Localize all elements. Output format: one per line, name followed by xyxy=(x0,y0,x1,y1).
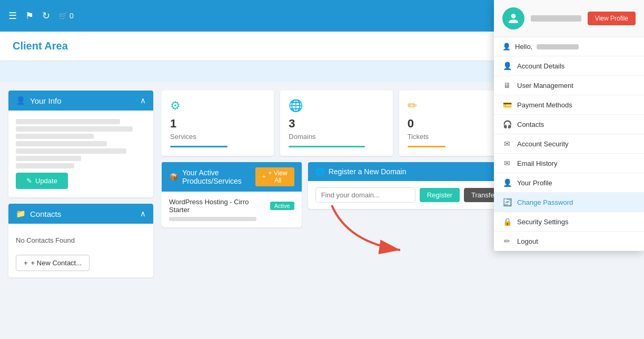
plus-icon-view-all: + xyxy=(262,173,265,181)
tickets-count: 0 xyxy=(408,117,503,131)
security-settings-icon: 🔒 xyxy=(502,217,512,226)
account-details-icon: 👤 xyxy=(502,62,512,70)
menu-item-payment-methods[interactable]: 💳 Payment Methods xyxy=(494,95,644,115)
stats-row: ⚙ 1 Services 🌐 3 Domains ✏ 0 Tickets xyxy=(162,91,511,156)
page-title: Client Area xyxy=(13,40,68,52)
products-body: WordPress Hosting - Cirro Starter Active xyxy=(162,192,302,227)
products-col: 📦 Your Active Products/Services + + View… xyxy=(162,162,302,227)
stat-card-services: ⚙ 1 Services xyxy=(162,91,274,156)
center-content: ⚙ 1 Services 🌐 3 Domains ✏ 0 Tickets xyxy=(162,91,511,331)
payment-methods-icon: 💳 xyxy=(502,101,512,109)
domain-body: Register Transfer xyxy=(308,181,511,209)
user-management-label: User Management xyxy=(517,82,573,89)
menu-item-account-details[interactable]: 👤 Account Details xyxy=(494,56,644,76)
menu-item-security-settings[interactable]: 🔒 Security Settings xyxy=(494,212,644,232)
update-button[interactable]: ✎ Update xyxy=(16,173,68,189)
box-icon: 📦 xyxy=(169,173,178,181)
contacts-menu-label: Contacts xyxy=(517,121,544,128)
nav-left: ☰ ⚑ ↻ 🛒 0 xyxy=(8,10,74,22)
hamburger-icon[interactable]: ☰ xyxy=(8,10,17,22)
your-info-header-left: 👤 Your Info xyxy=(16,96,62,105)
ticket-icon: ✏ xyxy=(408,99,503,113)
tickets-label: Tickets xyxy=(408,133,503,141)
email-history-icon: ✉ xyxy=(502,159,512,167)
new-contact-button[interactable]: + + New Contact... xyxy=(16,255,90,271)
your-profile-icon: 👤 xyxy=(502,178,512,187)
active-status-badge: Active xyxy=(270,202,294,210)
domain-title: Register a New Domain xyxy=(329,167,407,176)
your-info-header[interactable]: 👤 Your Info ∧ xyxy=(8,91,153,111)
hello-text: Hello, xyxy=(515,43,532,51)
product-row: WordPress Hosting - Cirro Starter Active xyxy=(169,198,294,214)
menu-item-user-management[interactable]: 🖥 User Management xyxy=(494,76,644,95)
left-sidebar: 👤 Your Info ∧ ✎ Update xyxy=(8,91,153,331)
products-title: Your Active Products/Services xyxy=(182,168,255,185)
your-info-body: ✎ Update xyxy=(8,111,153,197)
domain-header: 🌐 Register a New Domain xyxy=(308,162,511,181)
globe-icon: 🌐 xyxy=(289,99,384,113)
payment-methods-label: Payment Methods xyxy=(517,101,572,109)
domain-card: 🌐 Register a New Domain Register Transfe… xyxy=(308,162,511,209)
contacts-body: No Contacts Found + + New Contact... xyxy=(8,224,153,277)
globe-icon-domain: 🌐 xyxy=(315,167,324,176)
info-line-1 xyxy=(16,119,120,124)
flag-icon[interactable]: ⚑ xyxy=(25,10,34,22)
dropdown-user-name xyxy=(531,15,581,22)
menu-item-logout[interactable]: ✏ Logout xyxy=(494,232,644,251)
your-profile-label: Your Profile xyxy=(517,179,552,187)
info-line-5 xyxy=(16,148,126,154)
products-card: 📦 Your Active Products/Services + + View… xyxy=(162,162,302,227)
security-settings-label: Security Settings xyxy=(517,218,569,226)
person-icon-hello: 👤 xyxy=(502,43,511,51)
domains-label: Domains xyxy=(289,133,384,141)
contacts-header-left: 📁 Contacts xyxy=(16,209,61,218)
services-label: Services xyxy=(170,133,265,141)
domain-input[interactable] xyxy=(315,187,415,203)
product-name: WordPress Hosting - Cirro Starter xyxy=(169,198,270,214)
chevron-up-icon-contacts: ∧ xyxy=(140,209,146,218)
contacts-menu-icon: 🎧 xyxy=(502,120,512,128)
menu-item-account-security[interactable]: ✉ Account Security xyxy=(494,134,644,154)
view-all-button[interactable]: + + View All xyxy=(255,167,294,186)
plus-icon: + xyxy=(24,259,28,267)
register-button[interactable]: Register xyxy=(420,188,460,202)
services-bar xyxy=(170,146,227,147)
info-line-2 xyxy=(16,126,133,132)
your-info-card: 👤 Your Info ∧ ✎ Update xyxy=(8,91,153,197)
update-label: Update xyxy=(35,177,57,185)
account-security-label: Account Security xyxy=(517,140,569,148)
menu-item-contacts[interactable]: 🎧 Contacts xyxy=(494,115,644,134)
contacts-header[interactable]: 📁 Contacts ∧ xyxy=(8,204,153,224)
email-history-label: Email History xyxy=(517,159,558,167)
account-details-label: Account Details xyxy=(517,62,564,70)
menu-item-your-profile[interactable]: 👤 Your Profile xyxy=(494,173,644,193)
account-security-icon: ✉ xyxy=(502,139,512,148)
new-contact-label: + New Contact... xyxy=(31,259,82,267)
change-password-label: Change Password xyxy=(517,198,573,206)
user-management-icon: 🖥 xyxy=(502,81,512,89)
your-info-title: Your Info xyxy=(30,96,62,105)
chevron-up-icon: ∧ xyxy=(140,96,146,105)
domains-count: 3 xyxy=(289,117,384,131)
dropdown-hello: 👤 Hello, xyxy=(494,37,644,56)
info-line-3 xyxy=(16,134,94,139)
menu-item-email-history[interactable]: ✉ Email History xyxy=(494,154,644,173)
info-line-6 xyxy=(16,156,81,161)
products-header: 📦 Your Active Products/Services + + View… xyxy=(162,162,302,192)
view-all-label: + View All xyxy=(267,170,288,184)
cart-badge[interactable]: 🛒 0 xyxy=(58,12,74,20)
refresh-icon[interactable]: ↻ xyxy=(42,10,50,22)
pencil-icon: ✎ xyxy=(26,177,32,185)
domain-col: 🌐 Register a New Domain Register Transfe… xyxy=(308,162,511,227)
menu-item-change-password[interactable]: 🔄 Change Password xyxy=(494,193,644,212)
gear-icon: ⚙ xyxy=(170,99,265,113)
info-line-7 xyxy=(16,163,74,168)
change-password-icon: 🔄 xyxy=(502,198,512,206)
dropdown-avatar xyxy=(502,7,524,29)
user-dropdown-menu: View Profile 👤 Hello, 👤 Account Details … xyxy=(494,0,644,251)
view-profile-button[interactable]: View Profile xyxy=(588,12,636,25)
logout-label: Logout xyxy=(517,237,538,245)
logout-icon: ✏ xyxy=(502,237,512,245)
contacts-card: 📁 Contacts ∧ No Contacts Found + + New C… xyxy=(8,204,153,277)
product-url-blurred xyxy=(169,217,256,221)
